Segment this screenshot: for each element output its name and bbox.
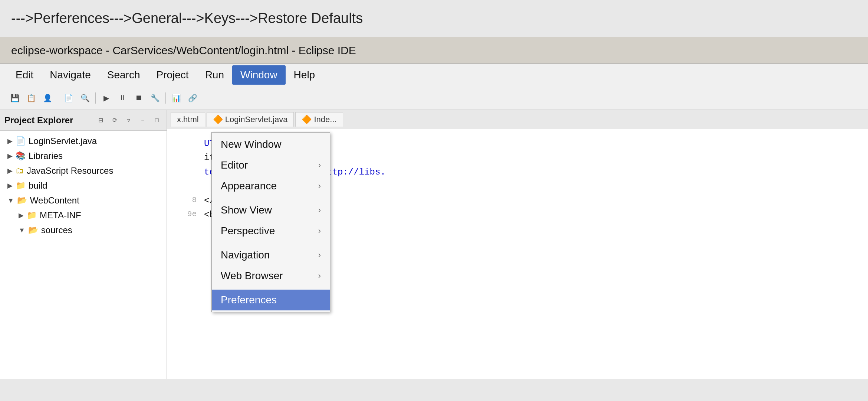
title-text: eclipse-workspace - CarServices/WebConte… <box>11 44 356 57</box>
project-explorer: Project Explorer ⊟ ⟳ ▿ − □ ▶📄LoginServle… <box>0 110 167 379</box>
dropdown-divider-3 <box>212 288 330 288</box>
tree-arrow: ▼ <box>19 226 25 234</box>
toolbar: 💾 📋 👤 📄 🔍 ▶ ⏸ ⏹ 🔧 📊 🔗 <box>0 86 868 110</box>
tree-item[interactable]: ▶📁build <box>0 178 167 193</box>
appearance-arrow: › <box>318 181 321 191</box>
navigation-arrow: › <box>318 250 321 260</box>
toolbar-pause[interactable]: ⏸ <box>115 91 130 105</box>
menu-new-window[interactable]: New Window <box>212 134 330 155</box>
window-dropdown: New Window Editor › Appearance › Show Vi… <box>211 132 330 312</box>
menu-editor[interactable]: Editor › <box>212 155 330 176</box>
panel-menu-btn[interactable]: ▿ <box>124 115 134 125</box>
show-view-arrow: › <box>318 205 321 215</box>
tree-item[interactable]: ▼📂WebContent <box>0 193 167 208</box>
toolbar-debug[interactable]: 🔧 <box>148 91 162 105</box>
tree-item-label: LoginServlet.java <box>29 136 97 146</box>
tree-item-label: WebContent <box>30 195 79 206</box>
tree-arrow: ▼ <box>7 197 14 205</box>
tree-item[interactable]: ▶🗂JavaScript Resources <box>0 163 167 178</box>
dropdown-divider-1 <box>212 198 330 198</box>
tree-item-label: sources <box>41 225 72 235</box>
editor-arrow: › <box>318 160 321 170</box>
panel-minimize-btn[interactable]: − <box>138 115 148 125</box>
menu-show-view[interactable]: Show View › <box>212 200 330 221</box>
tab-xhtml-label: x.html <box>177 115 199 124</box>
tree-icon: 🗂 <box>16 166 24 176</box>
panel-title: Project Explorer <box>4 115 92 125</box>
panel-header: Project Explorer ⊟ ⟳ ▿ − □ <box>0 110 167 131</box>
tree-item[interactable]: ▶📄LoginServlet.java <box>0 134 167 149</box>
dropdown-divider-2 <box>212 243 330 243</box>
tab-inde-label: 🔶 <box>302 115 312 124</box>
tree-item[interactable]: ▶📁META-INF <box>0 208 167 223</box>
web-browser-arrow: › <box>318 271 321 281</box>
menu-bar: Edit Navigate Search Project Run Window … <box>0 64 868 86</box>
tab-loginservlet[interactable]: 🔶 LoginServlet.java <box>207 112 294 127</box>
tree-icon: 📁 <box>16 181 26 190</box>
tree-item-label: build <box>29 180 47 191</box>
menu-edit[interactable]: Edit <box>7 65 42 85</box>
toolbar-sep-2 <box>95 92 96 104</box>
menu-appearance[interactable]: Appearance › <box>212 176 330 196</box>
tree-item-label: Libraries <box>29 151 63 161</box>
status-bar <box>0 379 868 401</box>
tree-arrow: ▶ <box>7 137 13 145</box>
menu-run[interactable]: Run <box>197 65 232 85</box>
menu-project[interactable]: Project <box>148 65 197 85</box>
tree-item-label: JavaScript Resources <box>27 166 113 176</box>
menu-search[interactable]: Search <box>99 65 148 85</box>
menu-perspective[interactable]: Perspective › <box>212 221 330 241</box>
perspective-arrow: › <box>318 226 321 236</box>
toolbar-run[interactable]: ▶ <box>99 91 114 105</box>
panel-collapse-btn[interactable]: ⊟ <box>95 115 106 125</box>
instruction-bar: --->Perferences--->General--->Keys--->Re… <box>0 0 868 37</box>
title-bar: eclipse-workspace - CarServices/WebConte… <box>0 37 868 64</box>
tree-item-label: META-INF <box>40 210 81 221</box>
tab-xhtml[interactable]: x.html <box>171 112 205 127</box>
tree-item[interactable]: ▼📂sources <box>0 223 167 238</box>
tree-icon: 📂 <box>17 196 27 205</box>
menu-navigation[interactable]: Navigation › <box>212 245 330 265</box>
tree-icon: 📂 <box>28 225 38 235</box>
tab-inde-text: Inde... <box>314 115 336 124</box>
toolbar-copy[interactable]: 📋 <box>24 91 39 105</box>
main-area: Project Explorer ⊟ ⟳ ▿ − □ ▶📄LoginServle… <box>0 110 868 379</box>
tree-arrow: ▶ <box>7 182 13 190</box>
toolbar-sep-3 <box>165 92 166 104</box>
toolbar-misc2[interactable]: 🔗 <box>185 91 200 105</box>
tab-loginservlet-label: 🔶 <box>213 115 223 124</box>
toolbar-misc1[interactable]: 📊 <box>169 91 184 105</box>
tree-arrow: ▶ <box>7 152 13 160</box>
tree-icon: 📄 <box>16 136 26 146</box>
tree-arrow: ▶ <box>19 211 24 219</box>
toolbar-profile[interactable]: 👤 <box>40 91 55 105</box>
editor-tabs: x.html 🔶 LoginServlet.java 🔶 Inde... <box>167 110 868 129</box>
toolbar-save[interactable]: 💾 <box>7 91 22 105</box>
menu-help[interactable]: Help <box>286 65 323 85</box>
instruction-text: --->Perferences--->General--->Keys--->Re… <box>11 10 363 26</box>
tree-item[interactable]: ▶📚Libraries <box>0 149 167 163</box>
menu-web-browser[interactable]: Web Browser › <box>212 265 330 286</box>
tree-icon: 📚 <box>16 151 26 161</box>
menu-navigate[interactable]: Navigate <box>42 65 99 85</box>
tree-icon: 📁 <box>27 211 37 220</box>
tab-inde[interactable]: 🔶 Inde... <box>295 112 343 127</box>
panel-sync-btn[interactable]: ⟳ <box>109 115 120 125</box>
toolbar-editor[interactable]: 📄 <box>61 91 76 105</box>
tree-content: ▶📄LoginServlet.java▶📚Libraries▶🗂JavaScri… <box>0 131 167 379</box>
toolbar-sep-1 <box>58 92 58 104</box>
tab-loginservlet-text: LoginServlet.java <box>225 115 288 124</box>
toolbar-stop[interactable]: ⏹ <box>131 91 146 105</box>
toolbar-browse[interactable]: 🔍 <box>78 91 92 105</box>
menu-window[interactable]: Window <box>232 65 286 85</box>
dropdown-menu: New Window Editor › Appearance › Show Vi… <box>211 132 330 312</box>
menu-preferences[interactable]: Preferences <box>212 290 330 310</box>
tree-arrow: ▶ <box>7 167 13 175</box>
panel-maximize-btn[interactable]: □ <box>152 115 162 125</box>
